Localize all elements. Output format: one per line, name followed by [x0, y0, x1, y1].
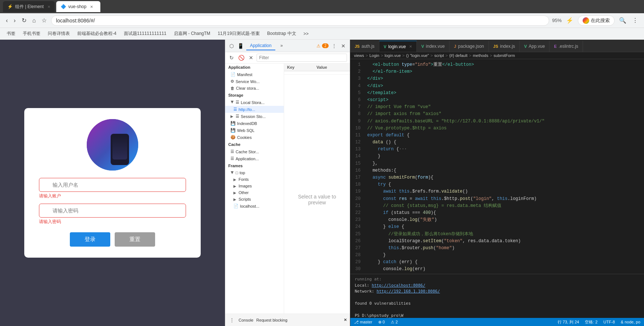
devtools-sidebar: Application 📄 Manifest ⚙ Service Wo... 🗑… [225, 64, 284, 314]
section-frames: Frames [225, 162, 284, 169]
bookmarks-more[interactable]: >> [301, 31, 311, 37]
local-link[interactable]: http://localhost:8086/ [372, 283, 425, 288]
tab-label: vue-shop [68, 4, 86, 9]
fonts-arrow: ▶ [233, 178, 237, 182]
editor-tab-eslint[interactable]: E .eslintrc.js [550, 41, 583, 52]
bookmark-3[interactable]: 前端基础必会教程-4 [75, 30, 119, 37]
tree-item-cache-storage[interactable]: ☰ Cache Stor... [225, 148, 284, 155]
reset-button[interactable]: 重置 [115, 232, 155, 247]
editor-tabs: JS auth.js V login.vue ✕ V index.vue J p… [350, 40, 644, 52]
network-link[interactable]: http://192.168.1.100:8086/ [377, 289, 440, 294]
browser-tab-vue-shop[interactable]: 🔷 vue-shop ✕ [56, 1, 100, 12]
tree-item-manifest[interactable]: 📄 Manifest [225, 71, 284, 78]
tree-item-local-storage[interactable]: ▶ ☰ Local Stora... [225, 99, 284, 106]
filter-input[interactable] [257, 54, 347, 62]
warning-count[interactable]: ⚠ 2 [391, 320, 398, 325]
password-input[interactable] [39, 204, 186, 218]
editor-tab-app[interactable]: V App.vue [520, 41, 550, 52]
error-count[interactable]: ⊗ 0 [378, 320, 385, 325]
local-storage-icon: ☰ [236, 100, 239, 105]
request-blocking-tab[interactable]: Request blocking [256, 318, 287, 322]
login-button[interactable]: 登录 [70, 232, 110, 247]
devtools-bottom-menu[interactable]: ⋮ [228, 316, 236, 324]
search-bar[interactable]: 在此搜索 [578, 15, 615, 26]
sw-icon: ⚙ [230, 79, 234, 84]
close-bottom[interactable]: ✕ [344, 318, 347, 322]
tab-label-app: App.vue [529, 44, 545, 49]
bookmark-star[interactable]: ☆ [40, 15, 48, 25]
phone-graphic [111, 134, 129, 165]
devtools-more-btn[interactable]: ⋮ [330, 42, 338, 50]
app-cache-icon: ☰ [230, 156, 234, 161]
forward-button[interactable]: › [12, 16, 17, 25]
bc-script: script [434, 53, 444, 58]
tree-item-top[interactable]: ▶ □ top [225, 169, 284, 176]
tree-item-images[interactable]: ▶ Images [225, 183, 284, 189]
devtools-inspect-btn[interactable]: ⬡ [228, 42, 235, 50]
tree-item-clear-storage[interactable]: 🗑 Clear stora... [225, 85, 284, 92]
browser-tab-element[interactable]: ⚡ 组件 | Element ✕ [3, 1, 55, 12]
indexeddb-icon: 💾 [230, 121, 236, 126]
bookmark-2[interactable]: 问卷详情表 [46, 30, 72, 37]
tab-favicon: 🔷 [61, 4, 66, 9]
search-button[interactable]: 🔍 [618, 15, 628, 25]
session-arrow: ▶ [230, 114, 234, 118]
editor-tab-package[interactable]: J package.json [450, 41, 489, 52]
editor-tab-auth[interactable]: JS auth.js [350, 41, 379, 52]
tree-item-cookies[interactable]: 🍪 Cookies [225, 134, 284, 141]
tree-item-indexeddb[interactable]: 💾 IndexedDB [225, 120, 284, 127]
tree-item-localhost[interactable]: 📄 localhost... [225, 203, 284, 209]
devtools-tab-bar: ⬡ 📱 Application » ⚠ 2 ⋮ ✕ [225, 40, 350, 52]
bookmark-6[interactable]: 11月19日测试题-答案 [215, 30, 262, 37]
tree-item-service-workers[interactable]: ⚙ Service Wo... [225, 78, 284, 85]
devtools-refresh-btn[interactable]: ↻ [228, 54, 235, 62]
bookmark-1[interactable]: 手机书签 [21, 30, 43, 37]
bookmark-5[interactable]: 启嘉网 - ChangTM [172, 30, 212, 37]
tab-bar: ⚡ 组件 | Element ✕ 🔷 vue-shop ✕ [0, 0, 644, 13]
bc-submit: submitForm [494, 53, 515, 58]
bc-methods: methods [473, 53, 488, 58]
tree-item-local-origin[interactable]: ☰ http://lo... [225, 106, 284, 113]
tree-item-fonts[interactable]: ▶ Fonts [225, 176, 284, 183]
devtools-close-filter-btn[interactable]: ✕ [248, 54, 254, 62]
refresh-button[interactable]: ↻ [20, 15, 28, 25]
editor-tab-index-js[interactable]: JS index.js [489, 41, 520, 52]
devtools-toolbar: ↻ 🚫 ✕ [225, 52, 350, 64]
web-sql-icon: 💾 [230, 128, 236, 133]
devtools-clear-btn[interactable]: 🚫 [237, 54, 246, 62]
tab-more[interactable]: » [277, 42, 287, 50]
console-tab[interactable]: Console [239, 318, 253, 322]
devtools-device-btn[interactable]: 📱 [236, 42, 245, 50]
bc-login-vue: login.vue [384, 53, 401, 58]
bookmark-7[interactable]: Bootstrap 中文 [265, 30, 298, 37]
home-button[interactable]: ⌂ [31, 16, 37, 25]
warning-badge[interactable]: ⚠ 2 [316, 43, 329, 49]
username-input[interactable] [39, 178, 186, 192]
tree-item-other[interactable]: ▶ Other [225, 189, 284, 196]
tree-item-app-cache[interactable]: ☰ Application... [225, 155, 284, 162]
bookmark-4[interactable]: 面试题111111111111 [122, 30, 169, 37]
terminal-line-1: Local: http://localhost:8086/ [355, 283, 640, 289]
encoding: UTF-8 [604, 320, 615, 324]
tab-close-btn[interactable]: ✕ [90, 5, 93, 9]
back-button[interactable]: ‹ [4, 16, 9, 25]
scripts-label: Scripts [239, 197, 251, 201]
editor-tab-index-vue[interactable]: V index.vue [417, 41, 450, 52]
editor-tab-login[interactable]: V login.vue ✕ [379, 41, 417, 52]
bookmark-0[interactable]: 书签 [4, 30, 18, 37]
search-engine-icon [583, 17, 589, 24]
phone-screen [112, 136, 127, 160]
tab-close-btn[interactable]: ✕ [47, 5, 50, 9]
tree-item-web-sql[interactable]: 💾 Web SQL [225, 127, 284, 134]
menu-button[interactable]: ⋮ [631, 15, 640, 25]
tree-item-session-storage[interactable]: ▶ ☰ Session Sto... [225, 113, 284, 120]
devtools-body: Application 📄 Manifest ⚙ Service Wo... 🗑… [225, 64, 350, 314]
devtools-close-btn[interactable]: ✕ [340, 42, 347, 50]
tab-close-login[interactable]: ✕ [409, 44, 412, 49]
indexeddb-label: IndexedDB [237, 121, 257, 126]
tree-item-scripts[interactable]: ▶ Scripts [225, 196, 284, 203]
other-arrow: ▶ [233, 191, 237, 195]
address-bar[interactable]: localhost:8086/#/ [51, 15, 549, 26]
extensions-button[interactable]: ⚡ [565, 15, 575, 25]
tab-application[interactable]: Application [246, 42, 275, 50]
